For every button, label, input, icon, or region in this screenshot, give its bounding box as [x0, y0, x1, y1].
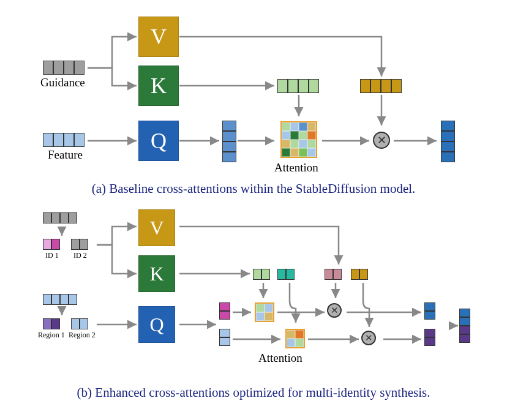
out-1 — [424, 302, 435, 320]
q-output — [222, 121, 236, 162]
k-out-1 — [253, 269, 270, 280]
q-box: Q — [138, 121, 179, 161]
k-out-2 — [277, 269, 295, 280]
matmul-icon-1: ✕ — [327, 303, 342, 318]
v-output — [360, 79, 402, 93]
feature-tokens-b — [43, 294, 77, 305]
diagram-a: Guidance Feature V K Q Attention ✕ — [17, 9, 490, 199]
v-box: V — [138, 17, 179, 57]
id1-label: ID 1 — [45, 251, 59, 260]
arrows-b — [17, 203, 490, 399]
attention-grid — [280, 121, 317, 158]
output-column — [441, 121, 455, 162]
arrows-a — [17, 9, 490, 199]
q-out-1 — [219, 302, 230, 320]
attention-label-a: Attention — [274, 161, 318, 174]
diagram-b: ID 1 ID 2 Region 1 Region 2 V K Q Attent… — [17, 203, 490, 399]
id2-label: ID 2 — [73, 251, 87, 260]
guidance-label: Guidance — [40, 76, 85, 89]
guidance-tokens-b — [43, 212, 77, 223]
id1-tokens — [43, 239, 60, 250]
matmul-icon: ✕ — [373, 132, 390, 149]
out-2 — [424, 329, 435, 346]
feature-label: Feature — [48, 148, 83, 162]
merged-output — [459, 309, 470, 343]
matmul-icon-2: ✕ — [361, 331, 376, 345]
q-out-2 — [219, 329, 230, 346]
region1-label: Region 1 — [38, 331, 65, 340]
caption-a: (a) Baseline cross-attentions within the… — [0, 181, 507, 197]
id2-tokens — [71, 239, 88, 250]
feature-tokens — [43, 133, 85, 147]
k-output — [277, 79, 319, 93]
region1-tokens — [43, 318, 60, 329]
v-box-b: V — [138, 209, 175, 246]
v-out-1 — [325, 269, 342, 280]
k-box: K — [138, 66, 179, 106]
region2-label: Region 2 — [69, 331, 96, 340]
attn-grid-1 — [255, 302, 274, 322]
attention-label-b: Attention — [258, 351, 302, 365]
k-box-b: K — [138, 255, 175, 292]
q-box-b: Q — [138, 306, 175, 343]
guidance-tokens — [43, 61, 85, 75]
region2-tokens — [71, 318, 88, 329]
caption-b: (b) Enhanced cross-attentions optimized … — [0, 385, 507, 400]
v-out-2 — [351, 269, 368, 280]
attn-grid-2 — [285, 329, 305, 348]
